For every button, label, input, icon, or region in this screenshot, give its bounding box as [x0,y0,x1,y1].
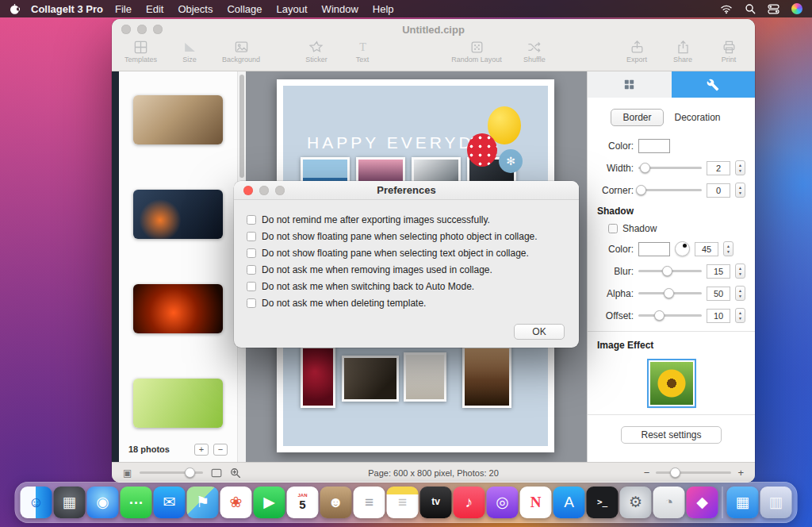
blur-value[interactable]: 15 [707,264,730,279]
shuffle-button[interactable]: Shuffle [521,40,548,63]
size-button[interactable]: Size [176,40,203,63]
messages-dock-icon[interactable]: … [121,487,152,518]
offset-stepper[interactable]: ▲▼ [735,308,745,323]
dialog-zoom-button[interactable] [275,186,285,195]
offset-slider[interactable] [638,314,702,317]
dialog-close-button[interactable] [243,186,253,195]
checkbox[interactable] [247,248,256,258]
decoration-tab[interactable]: Decoration [664,110,732,125]
reminders-dock-icon[interactable]: ≡ [354,487,385,518]
alpha-slider[interactable] [638,292,702,294]
disk-utility-dock-icon[interactable]: ◔ [653,487,685,518]
preference-option-row[interactable]: Do not show floating pane when selecting… [247,244,566,261]
print-button[interactable]: Print [715,40,742,63]
close-button[interactable] [121,25,131,34]
podcasts-dock-icon[interactable]: ◎ [487,487,519,518]
zoom-in-button[interactable]: + [737,467,744,479]
checkbox[interactable] [247,265,256,275]
collage-photo[interactable] [301,346,335,408]
image-frame-icon[interactable] [211,468,222,478]
dialog-titlebar[interactable]: Preferences [234,181,579,200]
slider-knob[interactable] [654,310,665,321]
blur-slider[interactable] [638,270,702,272]
facetime-dock-icon[interactable]: ▶ [254,487,285,518]
zoom-out-button[interactable]: − [644,467,650,479]
photos-dock-icon[interactable]: ❀ [220,487,252,518]
style-tab-selected[interactable] [672,71,756,98]
corner-slider[interactable] [638,189,702,191]
preference-option-row[interactable]: Do not remind me after exporting images … [247,211,566,228]
slider-knob[interactable] [640,163,650,173]
calendar-dock-icon[interactable]: JAN 5 [287,487,319,518]
contacts-dock-icon[interactable]: ☻ [320,487,352,518]
shadow-angle-value[interactable]: 45 [695,242,718,256]
add-photos-button[interactable]: + [194,444,209,456]
trash-dock-icon[interactable]: ▥ [760,487,792,518]
preference-option-row[interactable]: Do not ask me when switching back to Aut… [247,278,566,294]
checkbox[interactable] [247,215,256,225]
menu-item[interactable]: File [108,3,139,15]
thumbnail-size-icon[interactable]: ▣ [123,467,132,479]
border-tab[interactable]: Border [611,109,663,126]
width-stepper[interactable]: ▲▼ [735,160,745,175]
border-color-well[interactable] [638,139,670,153]
system-preferences-dock-icon[interactable]: ⚙ [620,487,652,518]
remove-photos-button[interactable]: − [213,444,228,456]
checkbox[interactable] [247,282,256,291]
text-button[interactable]: T Text [349,40,376,63]
slider-knob[interactable] [662,266,672,276]
maps-dock-icon[interactable]: ⚑ [187,487,219,518]
image-effect-preview[interactable] [649,360,695,406]
notes-dock-icon[interactable]: ≡ [387,487,419,518]
window-titlebar[interactable]: Untitled.cipp [112,19,755,40]
apple-menu-icon[interactable] [10,3,20,15]
menu-item[interactable]: Window [315,3,366,15]
layout-tab[interactable] [588,71,672,98]
alpha-value[interactable]: 50 [707,287,730,301]
slider-knob[interactable] [185,467,195,478]
share-button[interactable]: Share [669,40,696,63]
photo-thumbnail-sunset[interactable] [133,284,223,333]
terminal-dock-icon[interactable]: >_ [587,487,619,518]
minimize-button[interactable] [137,25,147,34]
width-slider[interactable] [638,167,702,169]
photo-thumbnail-scifi[interactable] [133,190,223,239]
tv-dock-icon[interactable]: tv [420,487,452,518]
preference-option-row[interactable]: Do not ask me when removing images used … [247,261,566,278]
menu-item[interactable]: Collage [220,3,269,15]
checkbox[interactable] [247,298,256,308]
active-app-name[interactable]: CollageIt 3 Pro [31,3,103,15]
safari-dock-icon[interactable]: ◉ [87,487,119,518]
slider-knob[interactable] [670,467,680,478]
menu-item[interactable]: Layout [270,3,315,15]
thumbnail-size-slider[interactable] [140,471,203,474]
music-dock-icon[interactable]: ♪ [454,487,485,518]
preference-option-row[interactable]: Do not show floating pane when selecting… [247,228,566,244]
templates-button[interactable]: Templates [124,40,157,63]
slider-knob[interactable] [664,288,674,298]
photo-thumbnail-insect[interactable] [133,379,223,428]
ok-button[interactable]: OK [514,324,565,340]
red-balloon-sticker[interactable] [467,133,497,167]
collageit-dock-icon[interactable]: ▦ [727,487,759,518]
collage-photo[interactable] [462,346,511,408]
shadow-angle-dial[interactable] [675,241,690,256]
scrollbar-thumb[interactable] [239,75,244,178]
corner-stepper[interactable]: ▲▼ [735,183,745,198]
appstore-dock-icon[interactable]: A [553,487,585,518]
siri-icon[interactable] [791,3,802,14]
menu-item[interactable]: Help [366,3,401,15]
search-icon[interactable] [745,3,756,14]
blue-badge-sticker[interactable]: ✻ [499,149,523,173]
menu-item[interactable]: Edit [139,3,170,15]
shadow-color-well[interactable] [638,242,670,256]
reset-settings-button[interactable]: Reset settings [621,426,721,444]
photo-editor-dock-icon[interactable]: ◆ [687,487,718,518]
zoom-button[interactable] [153,25,163,34]
checkbox[interactable] [247,232,256,241]
mail-dock-icon[interactable]: ✉ [154,487,186,518]
news-dock-icon[interactable]: N [520,487,552,518]
slider-knob[interactable] [636,185,646,195]
shadow-checkbox[interactable] [608,224,618,233]
offset-value[interactable]: 10 [707,309,730,323]
